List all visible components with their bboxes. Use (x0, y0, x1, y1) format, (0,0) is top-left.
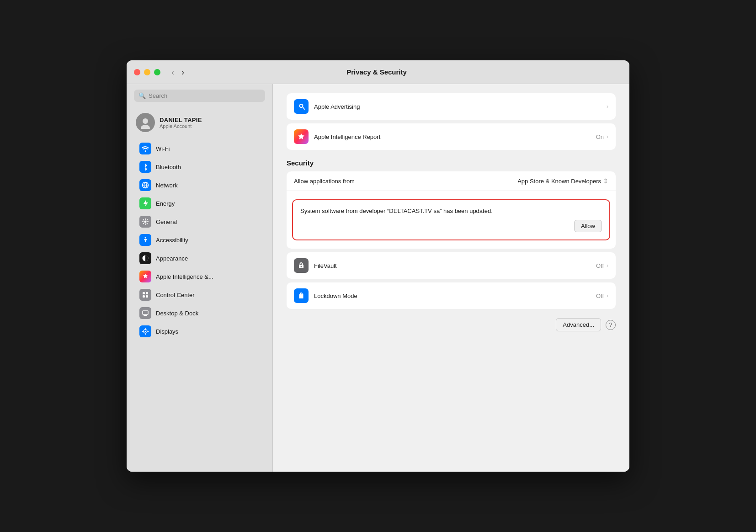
filevault-label: FileVault (314, 262, 596, 269)
sidebar-label-control-center: Control Center (156, 292, 195, 298)
sidebar-label-displays: Displays (156, 328, 178, 335)
sidebar-item-accessibility[interactable]: Accessibility (130, 231, 269, 249)
svg-rect-11 (144, 315, 147, 316)
svg-rect-10 (143, 311, 148, 314)
sidebar-label-wifi: Wi-Fi (156, 145, 170, 152)
filevault-row[interactable]: FileVault Off › (287, 252, 616, 279)
apple-intelligence-report-icon (294, 129, 309, 144)
svg-point-1 (141, 125, 150, 129)
apple-intelligence-report-label: Apple Intelligence Report (314, 133, 596, 140)
sidebar-label-apple-intelligence: Apple Intelligence &... (156, 273, 213, 280)
bluetooth-icon (139, 161, 151, 173)
displays-icon (139, 325, 151, 337)
user-info: DANIEL TAPIE Apple Account (160, 117, 202, 129)
sidebar-item-wifi[interactable]: Wi-Fi (130, 139, 269, 158)
sidebar-label-accessibility: Accessibility (156, 237, 188, 244)
alert-box: System software from developer “DELTACAS… (292, 199, 610, 240)
allow-apps-row[interactable]: Allow applications from App Store & Know… (287, 171, 616, 191)
svg-point-4 (145, 237, 146, 239)
sidebar-label-desktop-dock: Desktop & Dock (156, 310, 198, 317)
security-section-title: Security (287, 159, 616, 167)
alert-actions: Allow (300, 220, 602, 232)
apple-advertising-row[interactable]: Apple Advertising › (287, 93, 616, 120)
general-icon (139, 216, 151, 228)
search-input[interactable] (149, 92, 261, 99)
apple-intelligence-icon (139, 271, 151, 282)
allow-apps-value: App Store & Known Developers ⇕ (517, 177, 608, 185)
settings-window: ‹ › Privacy & Security 🔍 DANI (127, 60, 629, 472)
sidebar-label-appearance: Appearance (156, 255, 188, 262)
chevron-icon: › (607, 103, 608, 110)
main-content: Apple Advertising › Apple Intelligence R… (273, 84, 629, 472)
filevault-value: Off (596, 262, 604, 269)
sidebar-item-appearance[interactable]: Appearance (130, 249, 269, 267)
svg-point-13 (145, 331, 146, 332)
sidebar-item-displays[interactable]: Displays (130, 322, 269, 340)
sidebar-item-network[interactable]: Network (130, 176, 269, 194)
stepper-icon: ⇕ (603, 177, 608, 185)
svg-point-0 (143, 118, 148, 124)
apple-advertising-label: Apple Advertising (314, 103, 607, 110)
svg-rect-6 (143, 292, 145, 294)
sidebar-item-bluetooth[interactable]: Bluetooth (130, 158, 269, 176)
sidebar-item-desktop-dock[interactable]: Desktop & Dock (130, 304, 269, 322)
user-name: DANIEL TAPIE (160, 117, 202, 123)
advanced-button[interactable]: Advanced... (556, 318, 601, 331)
energy-icon (139, 197, 151, 209)
help-button[interactable]: ? (606, 320, 616, 330)
alert-text: System software from developer “DELTACAS… (300, 207, 602, 214)
apple-intelligence-report-value: On (596, 133, 604, 140)
lockdown-mode-icon (294, 288, 309, 303)
chevron-icon-2: › (607, 133, 608, 140)
svg-rect-9 (146, 295, 148, 298)
sidebar-item-apple-intelligence[interactable]: Apple Intelligence &... (130, 267, 269, 286)
security-box: Allow applications from App Store & Know… (287, 171, 616, 249)
svg-point-3 (144, 221, 147, 223)
lockdown-mode-label: Lockdown Mode (314, 293, 596, 299)
chevron-icon-3: › (607, 262, 608, 269)
sidebar-label-energy: Energy (156, 200, 175, 207)
svg-rect-8 (143, 295, 145, 298)
network-icon (139, 179, 151, 191)
sidebar-item-general[interactable]: General (130, 213, 269, 231)
allow-apps-label: Allow applications from (294, 178, 517, 185)
svg-rect-7 (146, 292, 148, 294)
content-area: 🔍 DANIEL TAPIE Apple Account (127, 84, 629, 472)
sidebar-item-energy[interactable]: Energy (130, 194, 269, 213)
control-center-icon (139, 289, 151, 301)
avatar (136, 113, 155, 132)
chevron-icon-4: › (607, 293, 608, 299)
desktop-dock-icon (139, 307, 151, 319)
appearance-icon (139, 252, 151, 264)
wifi-icon (139, 143, 151, 154)
accessibility-icon (139, 234, 151, 246)
sidebar-label-network: Network (156, 182, 178, 189)
sidebar-label-general: General (156, 218, 177, 225)
sidebar: 🔍 DANIEL TAPIE Apple Account (127, 84, 273, 472)
allow-apps-value-text: App Store & Known Developers (517, 178, 601, 185)
window-title: Privacy & Security (131, 68, 622, 76)
lockdown-mode-row[interactable]: Lockdown Mode Off › (287, 282, 616, 309)
allow-button[interactable]: Allow (574, 220, 602, 232)
sidebar-item-control-center[interactable]: Control Center (130, 286, 269, 304)
apple-intelligence-report-row[interactable]: Apple Intelligence Report On › (287, 123, 616, 150)
apple-advertising-icon (294, 99, 309, 114)
user-section[interactable]: DANIEL TAPIE Apple Account (127, 109, 272, 139)
bottom-row: Advanced... ? (287, 318, 616, 331)
svg-point-14 (301, 296, 302, 298)
search-icon: 🔍 (138, 92, 146, 99)
filevault-icon (294, 258, 309, 273)
sidebar-label-bluetooth: Bluetooth (156, 164, 181, 170)
titlebar: ‹ › Privacy & Security (127, 60, 629, 84)
user-subtitle: Apple Account (160, 123, 202, 129)
search-box[interactable]: 🔍 (134, 90, 265, 102)
lockdown-mode-value: Off (596, 293, 604, 299)
